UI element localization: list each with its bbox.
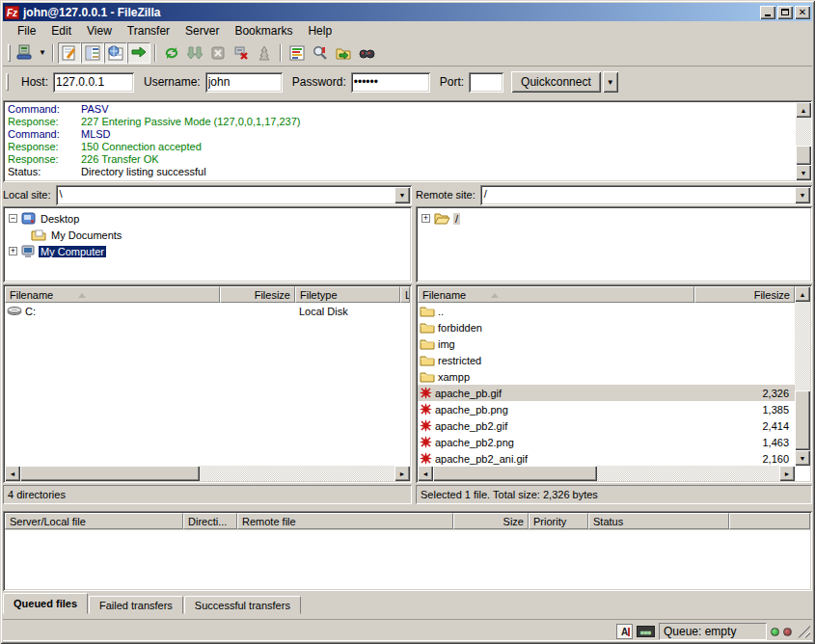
remote-file-row[interactable]: apache_pb2.png 1,463	[418, 434, 795, 450]
tree-item-desktop[interactable]: − Desktop	[9, 210, 412, 227]
filter-button[interactable]	[285, 42, 309, 64]
queue-col-size[interactable]: Size	[453, 513, 529, 529]
remote-scroll-right[interactable]: ►	[779, 466, 795, 481]
log-line: Response: 150 Connection accepted	[8, 141, 793, 153]
tree-item-root[interactable]: + /	[421, 210, 812, 227]
remote-file-row[interactable]: apache_pb2.gif 2,414	[418, 417, 795, 434]
remote-vscroll-thumb[interactable]	[795, 390, 810, 450]
queue-col-remote-file[interactable]: Remote file	[237, 513, 453, 529]
toggle-message-log-button[interactable]	[58, 42, 81, 64]
maximize-button[interactable]	[777, 6, 793, 19]
remote-scroll-left[interactable]: ◄	[418, 466, 433, 481]
remote-file-size: 1,463	[694, 434, 795, 450]
find-files-button[interactable]	[355, 42, 378, 64]
remote-file-row[interactable]: img	[418, 335, 795, 352]
log-scrollbar[interactable]: ▲ ▼	[796, 102, 811, 180]
menu-view[interactable]: View	[79, 22, 120, 40]
disconnect-button[interactable]	[230, 42, 253, 64]
remote-vscrollbar[interactable]: ▲ ▼	[795, 286, 810, 466]
remote-file-row[interactable]: apache_pb.png 1,385	[418, 401, 795, 417]
menu-help[interactable]: Help	[300, 22, 340, 40]
cancel-operation-button[interactable]	[206, 42, 230, 64]
synchronized-browsing-button[interactable]	[332, 42, 355, 64]
menu-bookmarks[interactable]: Bookmarks	[227, 22, 300, 40]
refresh-icon	[164, 45, 179, 61]
tab-queued-files[interactable]: Queued files	[3, 593, 88, 614]
local-col-filename[interactable]: Filename	[5, 286, 220, 303]
local-col-filetype[interactable]: Filetype	[295, 286, 400, 303]
site-manager-button[interactable]	[14, 42, 37, 64]
minimize-button[interactable]	[760, 6, 775, 19]
toggle-queue-button[interactable]	[127, 42, 150, 64]
remote-file-row[interactable]: restricted	[418, 352, 795, 368]
tab-failed-transfers[interactable]: Failed transfers	[89, 596, 183, 614]
queue-col-direction[interactable]: Directi...	[183, 513, 237, 529]
queue-col-server-local-file[interactable]: Server/Local file	[5, 513, 183, 529]
quickconnect-dropdown[interactable]: ▼	[603, 71, 618, 93]
remote-scroll-down[interactable]: ▼	[795, 450, 810, 466]
menu-server[interactable]: Server	[177, 22, 227, 40]
remote-file-row[interactable]: xampp	[418, 368, 795, 385]
toggle-local-tree-button[interactable]	[81, 42, 104, 64]
local-col-truncated[interactable]: L	[400, 286, 410, 303]
queue-col-priority[interactable]: Priority	[529, 513, 588, 529]
local-scroll-right[interactable]: ►	[394, 466, 410, 481]
quickconnect-grip[interactable]	[6, 73, 9, 91]
queue-col-empty[interactable]	[729, 513, 810, 529]
remote-tree-icon	[108, 45, 123, 61]
remote-file-row[interactable]: forbidden	[418, 319, 795, 335]
local-hscrollbar[interactable]: ◄ ►	[5, 466, 410, 481]
password-input[interactable]	[351, 72, 430, 93]
remote-file-row[interactable]: ..	[418, 303, 795, 319]
toggle-remote-tree-button[interactable]	[104, 42, 127, 64]
local-col-filesize[interactable]: Filesize	[220, 286, 295, 303]
menu-edit[interactable]: Edit	[43, 22, 79, 40]
remote-hscroll-thumb[interactable]	[433, 466, 597, 481]
expand-icon[interactable]: +	[421, 214, 430, 223]
toolbar-grip[interactable]	[8, 44, 11, 62]
remote-file-size: 2,414	[694, 417, 795, 434]
log-scroll-thumb[interactable]	[796, 146, 811, 165]
remote-scroll-up[interactable]: ▲	[795, 286, 810, 302]
remote-site-combo[interactable]: / ▼	[480, 185, 812, 205]
site-manager-dropdown[interactable]: ▼	[37, 42, 48, 64]
quickconnect-button[interactable]: Quickconnect	[511, 71, 601, 93]
transfer-type-icon[interactable]: A	[616, 624, 633, 639]
log-scroll-up[interactable]: ▲	[796, 102, 811, 118]
local-site-combo-arrow[interactable]: ▼	[394, 187, 410, 203]
resize-grip[interactable]	[798, 626, 810, 638]
local-hscroll-thumb[interactable]	[20, 466, 200, 481]
title-bar[interactable]: Fz john@127.0.0.1 - FileZilla ✕	[3, 3, 812, 21]
remote-site-combo-arrow[interactable]: ▼	[795, 187, 810, 203]
close-button[interactable]: ✕	[795, 6, 810, 19]
remote-file-name: xampp	[438, 371, 470, 383]
local-scroll-left[interactable]: ◄	[5, 466, 20, 481]
remote-file-row[interactable]: apache_pb.gif 2,326	[418, 385, 795, 401]
status-bar: A ■■■ Queue: empty	[3, 619, 812, 641]
log-scroll-down[interactable]: ▼	[796, 165, 811, 180]
disconnect-icon	[233, 45, 249, 61]
reconnect-button[interactable]	[253, 42, 276, 64]
process-queue-button[interactable]	[183, 42, 206, 64]
tree-item-my-documents[interactable]: My Documents	[9, 227, 412, 243]
tab-successful-transfers[interactable]: Successful transfers	[184, 596, 301, 614]
menu-transfer[interactable]: Transfer	[120, 22, 177, 40]
remote-col-filesize[interactable]: Filesize	[694, 286, 795, 303]
expand-icon[interactable]: +	[9, 247, 17, 255]
collapse-icon[interactable]: −	[9, 214, 17, 223]
local-site-combo[interactable]: \ ▼	[56, 185, 412, 205]
tree-item-my-computer[interactable]: + My Computer	[9, 243, 412, 259]
host-input[interactable]	[53, 72, 134, 93]
encryption-status-icon[interactable]: ■■■	[637, 626, 655, 637]
remote-file-row[interactable]: apache_pb2_ani.gif 2,160	[418, 450, 795, 466]
username-input[interactable]	[205, 72, 283, 93]
directory-comparison-button[interactable]	[309, 42, 332, 64]
refresh-button[interactable]	[160, 42, 183, 64]
port-input[interactable]	[469, 72, 503, 93]
local-file-row[interactable]: C: Local Disk	[5, 303, 410, 319]
local-file-type: Local Disk	[295, 303, 400, 319]
queue-col-status[interactable]: Status	[588, 513, 729, 529]
remote-col-filename[interactable]: Filename	[418, 286, 694, 303]
menu-file[interactable]: File	[10, 22, 43, 40]
remote-hscrollbar[interactable]: ◄ ►	[418, 466, 795, 481]
